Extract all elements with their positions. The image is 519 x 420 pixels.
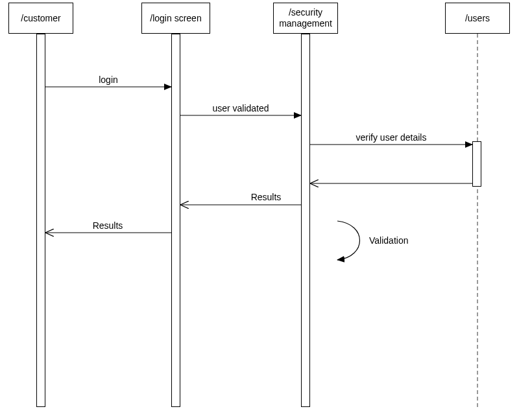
participant-login-screen: /login screen — [141, 3, 210, 34]
activation-login-screen — [171, 34, 180, 407]
participant-security-management-label: /security management — [275, 7, 336, 29]
activation-users — [472, 141, 481, 187]
arrows-layer — [0, 0, 519, 420]
msg-verify-user-details-label: verify user details — [356, 132, 427, 143]
sequence-diagram: /customer /login screen /security manage… — [0, 0, 519, 420]
activation-customer — [36, 34, 45, 407]
lifeline-users — [477, 34, 478, 407]
participant-customer-label: /customer — [21, 13, 60, 24]
msg-validation-label: Validation — [369, 235, 408, 246]
msg-results-to-customer-label: Results — [93, 220, 123, 231]
msg-user-validated-label: user validated — [212, 103, 269, 113]
arrow-validation-self — [337, 221, 360, 260]
msg-login-label: login — [99, 75, 118, 85]
participant-login-screen-label: /login screen — [150, 13, 201, 24]
participant-security-management: /security management — [273, 3, 338, 34]
activation-security-management — [301, 34, 310, 407]
participant-users: /users — [445, 3, 510, 34]
participant-customer: /customer — [8, 3, 73, 34]
msg-results-to-login-label: Results — [251, 192, 282, 202]
participant-users-label: /users — [465, 13, 490, 24]
